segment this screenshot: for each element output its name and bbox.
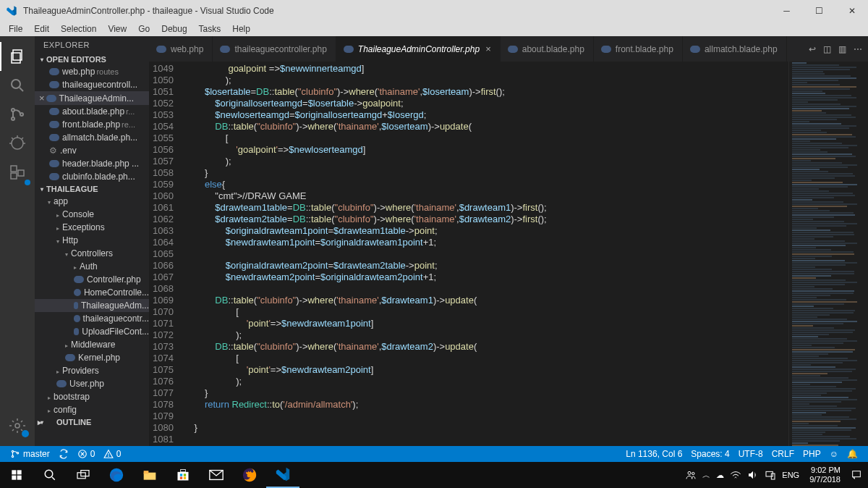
activity-scm[interactable]	[0, 100, 35, 129]
tree-folder[interactable]: Auth	[35, 260, 149, 273]
tab-layout-icon[interactable]: ▥	[838, 44, 846, 54]
status-eol[interactable]: CRLF	[767, 449, 799, 459]
editor-tab[interactable]: ThaileagueAdminController.php×	[336, 36, 501, 62]
tree-file[interactable]: UploadFileCont...	[35, 325, 149, 338]
status-bell-icon[interactable]: 🔔	[843, 449, 862, 459]
open-editor-item[interactable]: ThaileagueAdmin...	[35, 91, 149, 105]
activity-settings[interactable]	[0, 411, 35, 440]
editor-tab[interactable]: thaileaguecontroller.php	[213, 36, 336, 62]
editor-tab[interactable]: front.blade.php	[594, 36, 683, 62]
window-maximize[interactable]: ☐	[803, 0, 835, 22]
window-minimize[interactable]: ─	[770, 0, 803, 22]
menu-tasks[interactable]: Tasks	[193, 24, 227, 34]
status-language[interactable]: PHP	[799, 449, 825, 459]
open-editor-item[interactable]: clubinfo.blade.ph...	[35, 170, 149, 183]
status-position[interactable]: Ln 1136, Col 6	[621, 449, 686, 459]
tree-file[interactable]: User.php	[35, 377, 149, 390]
section-open-editors[interactable]: OPEN EDITORS	[35, 54, 149, 65]
editor-tab[interactable]: allmatch.blade.php	[683, 36, 787, 62]
tree-file[interactable]: thaileaguecontr...	[35, 312, 149, 325]
open-editor-item[interactable]: allmatch.blade.ph...	[35, 131, 149, 144]
menu-view[interactable]: View	[102, 24, 132, 34]
menu-selection[interactable]: Selection	[55, 24, 102, 34]
tray-onedrive-icon[interactable]: ☁	[716, 471, 724, 480]
menu-help[interactable]: Help	[226, 24, 256, 34]
menu-edit[interactable]: Edit	[28, 24, 55, 34]
tree-folder[interactable]: Http	[35, 234, 149, 247]
menu-bar: File Edit Selection View Go Debug Tasks …	[0, 22, 868, 36]
svg-rect-36	[178, 472, 189, 481]
code-editor[interactable]: 1049105010511052105310541055105610571058…	[149, 62, 868, 446]
status-spaces[interactable]: Spaces: 4	[686, 449, 733, 459]
sidebar-explorer: EXPLORER OPEN EDITORS web.php routesthai…	[35, 36, 149, 446]
activity-explorer[interactable]	[0, 42, 35, 71]
svg-rect-46	[766, 471, 773, 476]
editor-tab[interactable]: web.php	[149, 36, 213, 62]
tree-folder[interactable]: Controllers	[35, 247, 149, 260]
taskbar-edge-icon[interactable]	[100, 462, 133, 488]
window-titlebar: ThaileagueAdminController.php - thaileag…	[0, 0, 868, 22]
tree-folder[interactable]: Exceptions	[35, 221, 149, 234]
taskbar-explorer-icon[interactable]	[133, 462, 166, 488]
svg-rect-27	[12, 476, 16, 480]
open-editor-item[interactable]: about.blade.php r...	[35, 105, 149, 118]
taskbar-store-icon[interactable]	[166, 462, 200, 488]
activity-debug[interactable]	[0, 129, 35, 158]
tree-file[interactable]: HomeControlle...	[35, 286, 149, 299]
tree-file[interactable]: Controller.php	[35, 273, 149, 286]
tree-file[interactable]: ThaileagueAdm...	[35, 299, 149, 312]
status-errors[interactable]: 0 0	[73, 449, 126, 459]
open-editor-item[interactable]: thaileaguecontroll...	[35, 78, 149, 91]
open-editor-item[interactable]: header.blade.php ...	[35, 157, 149, 170]
tab-more-icon[interactable]: ⋯	[854, 44, 862, 54]
window-close[interactable]: ✕	[835, 0, 868, 22]
tree-folder[interactable]: Providers	[35, 364, 149, 377]
svg-line-3	[20, 88, 23, 91]
menu-debug[interactable]: Debug	[156, 24, 192, 34]
tray-people-icon[interactable]	[685, 469, 697, 481]
taskbar-search-icon[interactable]	[33, 462, 67, 488]
code-content[interactable]: goalpoint =>$newwinnerteamgd] ); $losert…	[184, 62, 788, 446]
status-feedback-icon[interactable]: ☺	[825, 449, 843, 459]
svg-point-16	[15, 424, 20, 428]
svg-line-12	[22, 138, 23, 139]
tree-folder[interactable]: Middleware	[35, 338, 149, 351]
editor-tab[interactable]: about.blade.php	[501, 36, 594, 62]
status-sync[interactable]	[54, 449, 73, 459]
minimap[interactable]	[788, 62, 868, 446]
activity-extensions[interactable]	[0, 158, 35, 187]
tray-language[interactable]: ENG	[782, 471, 799, 479]
tray-volume-icon[interactable]	[747, 470, 759, 480]
taskbar-taskview-icon[interactable]	[67, 462, 100, 488]
tree-folder[interactable]: app	[35, 195, 149, 208]
taskbar-vscode-icon[interactable]	[266, 462, 299, 488]
svg-point-24	[108, 456, 109, 457]
activity-search[interactable]	[0, 71, 35, 100]
open-editor-item[interactable]: web.php routes	[35, 65, 149, 78]
menu-file[interactable]: File	[3, 24, 28, 34]
open-editor-item[interactable]: ⚙.env	[35, 144, 149, 157]
section-project[interactable]: THAILEAGUE	[35, 183, 149, 195]
svg-rect-39	[184, 474, 186, 476]
tray-chevron-up-icon[interactable]: ︿	[702, 470, 710, 481]
tree-file[interactable]: Kernel.php	[35, 351, 149, 364]
tray-wifi-icon[interactable]	[730, 470, 741, 480]
tray-clock[interactable]: 9:02 PM 9/7/2018	[805, 466, 841, 484]
tab-history-icon[interactable]: ↩	[809, 44, 816, 54]
tray-devices-icon[interactable]	[765, 470, 776, 480]
tab-split-icon[interactable]: ◫	[823, 44, 831, 54]
svg-rect-25	[12, 470, 16, 474]
section-outline[interactable]: ▸OUTLINE	[35, 416, 149, 428]
start-button[interactable]	[0, 462, 33, 488]
taskbar-mail-icon[interactable]	[200, 462, 233, 488]
status-encoding[interactable]: UTF-8	[734, 449, 767, 459]
menu-go[interactable]: Go	[132, 24, 156, 34]
tray-notifications-icon[interactable]	[846, 469, 862, 481]
svg-rect-38	[180, 474, 182, 476]
taskbar-firefox-icon[interactable]	[233, 462, 266, 488]
open-editor-item[interactable]: front.blade.php re...	[35, 118, 149, 131]
tree-folder[interactable]: config	[35, 403, 149, 416]
status-branch[interactable]: master	[6, 449, 54, 459]
tree-folder[interactable]: bootstrap	[35, 390, 149, 403]
tree-folder[interactable]: Console	[35, 208, 149, 221]
